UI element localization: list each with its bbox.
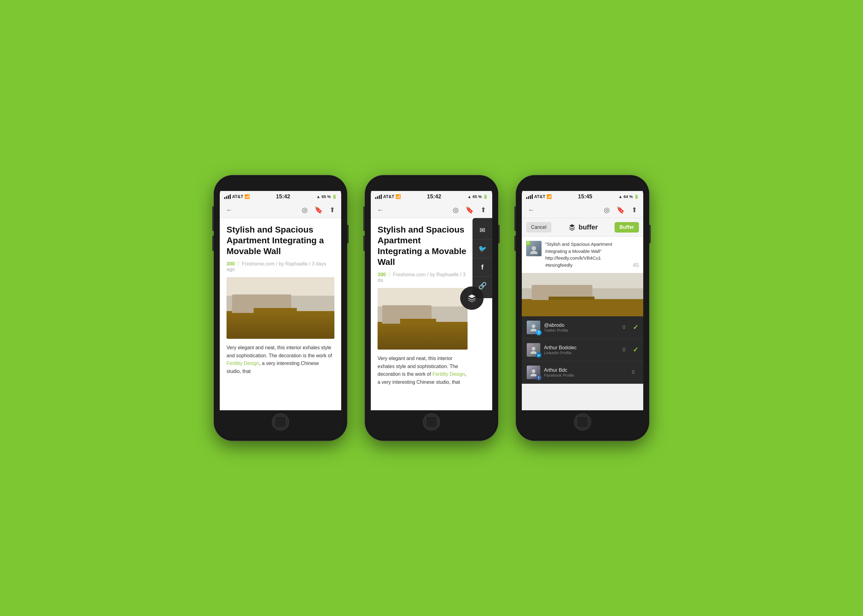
account-avatar-bodolec: in: [527, 343, 540, 357]
circle-icon-3[interactable]: ◎: [604, 206, 609, 214]
account-row-bodolec[interactable]: in Arthur Bodolec LinkedIn Profile 0 ✓: [522, 339, 643, 361]
buffer-header: Cancel buffer Buffer: [522, 218, 643, 237]
volume-up-button[interactable]: [213, 215, 214, 231]
twitter-share-item[interactable]: 🐦: [472, 240, 492, 258]
bookmark-icon-3[interactable]: 🔖: [616, 206, 625, 214]
signal-bar: [226, 196, 227, 199]
facebook-share-item[interactable]: f: [472, 258, 492, 277]
phone-1-screen: AT&T 📶 15:42 ▲ 65 % 🔋 ← ◎ 🔖: [220, 191, 341, 410]
phone-3-inner: AT&T 📶 15:45 ▲ 64 % 🔋 ← ◎ 🔖: [522, 181, 643, 435]
battery-icon-3: 🔋: [634, 194, 639, 199]
home-button-3[interactable]: [574, 413, 591, 431]
home-button-1[interactable]: [272, 413, 289, 431]
account-type-bdc: Facebook Profile: [544, 373, 628, 378]
signal-bar: [530, 195, 531, 199]
email-share-item[interactable]: ✉: [472, 221, 492, 240]
power-button-3[interactable]: [649, 225, 650, 243]
back-button-1[interactable]: ←: [226, 206, 233, 214]
account-count-abrodo: 0: [623, 325, 625, 330]
back-button-2[interactable]: ←: [377, 206, 384, 214]
signal-bar: [528, 196, 529, 199]
share-panel: ✉ 🐦 f 🔗: [472, 218, 492, 298]
share-icon-3[interactable]: ⬆: [632, 206, 637, 214]
account-name-abrodo: @abrodo: [544, 322, 619, 328]
room-table-1: [254, 308, 297, 313]
phone-3-screen: AT&T 📶 15:45 ▲ 64 % 🔋 ← ◎ 🔖: [522, 191, 643, 410]
signal-bar: [230, 194, 231, 199]
volume-up-button-3[interactable]: [514, 215, 516, 231]
phone-1: AT&T 📶 15:42 ▲ 65 % 🔋 ← ◎ 🔖: [214, 176, 347, 440]
account-name-bodolec: Arthur Bodolec: [544, 345, 619, 350]
volume-up-button-2[interactable]: [364, 215, 365, 231]
status-right-3: ▲ 64 % 🔋: [618, 194, 639, 199]
article-body-1: Very elegant and neat, this interior exh…: [227, 344, 334, 375]
signal-bar: [532, 194, 533, 199]
signal-bar: [526, 197, 528, 199]
buffer-logo-icon: [568, 223, 576, 231]
share-icon-2[interactable]: ⬆: [480, 206, 486, 214]
volume-down-button-3[interactable]: [514, 236, 516, 251]
cancel-button[interactable]: Cancel: [526, 222, 551, 233]
account-type-abrodo: Twitter Profile: [544, 328, 619, 333]
article-author-2: /: [427, 272, 430, 277]
account-name-bdc: Arthur Bdc: [544, 368, 628, 373]
share-icon-1[interactable]: ⬆: [329, 206, 335, 214]
buffer-layers-icon: [466, 292, 477, 304]
compose-avatar: 2: [526, 241, 542, 256]
account-type-bodolec: LinkedIn Profile: [544, 350, 619, 355]
status-bar-1: AT&T 📶 15:42 ▲ 65 % 🔋: [220, 191, 341, 202]
fertility-link-1[interactable]: Fertility Design: [227, 361, 259, 366]
power-button[interactable]: [347, 225, 349, 243]
power-button-2[interactable]: [498, 225, 499, 243]
phones-container: AT&T 📶 15:42 ▲ 65 % 🔋 ← ◎ 🔖: [214, 176, 649, 440]
avatar-silhouette-bodolec: [529, 346, 537, 354]
bookmark-icon-1[interactable]: 🔖: [314, 206, 323, 214]
article-body-2: Very elegant and neat, this interior exh…: [378, 355, 468, 386]
buffer-post-button[interactable]: Buffer: [614, 222, 639, 233]
compose-area: "Stylish and Spacious Apartment Integrat…: [545, 241, 629, 269]
nav-right-icons-3: ◎ 🔖 ⬆: [604, 206, 637, 214]
bookmark-icon-2[interactable]: 🔖: [465, 206, 474, 214]
nav-bar-1: ← ◎ 🔖 ⬆: [220, 202, 341, 218]
buffer-circle[interactable]: [460, 286, 483, 310]
volume-down-button-2[interactable]: [364, 236, 365, 251]
svg-point-1: [530, 251, 537, 254]
room-table-2: [400, 319, 436, 324]
back-button-3[interactable]: ←: [528, 206, 535, 214]
home-button-2[interactable]: [423, 413, 440, 431]
article-source-1: Freshome.com: [242, 261, 275, 266]
battery-icon-2: 🔋: [483, 194, 488, 199]
carrier-1: AT&T: [232, 194, 243, 199]
battery-3: 64 %: [624, 194, 633, 199]
buffer-logo-text: buffer: [578, 223, 598, 231]
time-1: 15:42: [276, 193, 290, 200]
phone-2: AT&T 📶 15:42 ▲ 65 % 🔋 ← ◎ 🔖: [365, 176, 498, 440]
wifi-icon-1: 📶: [244, 194, 250, 199]
svg-point-4: [532, 347, 535, 350]
article-author-label-1: by Raphaelle: [279, 261, 308, 266]
svg-point-6: [532, 369, 535, 373]
circle-icon-2[interactable]: ◎: [453, 206, 458, 214]
account-row-abrodo[interactable]: T @abrodo Twitter Profile 0 ✓: [522, 316, 643, 339]
circle-icon-1[interactable]: ◎: [302, 206, 308, 214]
buffer-logo: buffer: [568, 223, 598, 231]
check-icon-abrodo: ✓: [633, 324, 638, 332]
time-3: 15:45: [578, 193, 592, 200]
article-meta-1: 300 ♡ Freshome.com / by Raphaelle / 3 da…: [227, 261, 334, 272]
twitter-badge-abrodo: T: [536, 330, 542, 335]
phone-2-inner: AT&T 📶 15:42 ▲ 65 % 🔋 ← ◎ 🔖: [371, 181, 492, 435]
home-button-inner-1: [275, 416, 286, 428]
status-left-2: AT&T 📶: [375, 194, 401, 199]
account-row-bdc[interactable]: f Arthur Bdc Facebook Profile 0: [522, 361, 643, 384]
room-ceiling-2: [378, 288, 468, 306]
signal-bar: [379, 195, 380, 199]
article-meta-2: 300 ♡ Freshome.com / by Raphaelle / 3 da: [378, 272, 468, 283]
linkedin-badge-bodolec: in: [536, 352, 542, 358]
nav-right-icons-2: ◎ 🔖 ⬆: [453, 206, 486, 214]
svg-point-7: [531, 374, 537, 376]
fertility-link-2[interactable]: Fertility Design: [432, 371, 465, 377]
volume-down-button[interactable]: [213, 236, 214, 251]
article-title-1: Stylish and Spacious Apartment Integrati…: [227, 224, 334, 256]
phone-2-screen: AT&T 📶 15:42 ▲ 65 % 🔋 ← ◎ 🔖: [371, 191, 492, 410]
phone-1-inner: AT&T 📶 15:42 ▲ 65 % 🔋 ← ◎ 🔖: [220, 181, 341, 435]
